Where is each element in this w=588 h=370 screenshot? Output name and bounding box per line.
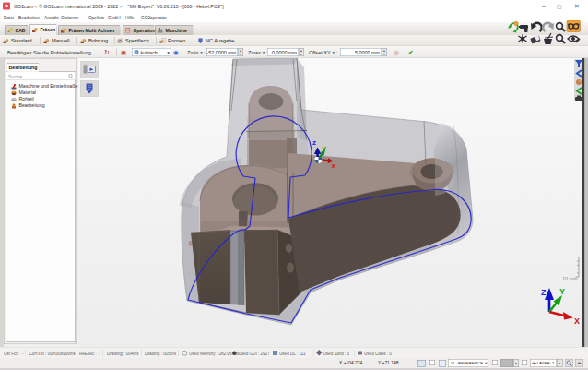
svg-text:Y: Y	[559, 287, 565, 296]
svg-text:y: y	[323, 144, 327, 152]
svg-text:10 mm: 10 mm	[562, 276, 578, 281]
svg-text:Z: Z	[541, 288, 547, 297]
svg-text:X: X	[574, 316, 580, 326]
svg-text:z: z	[312, 138, 316, 147]
svg-text:x: x	[332, 161, 336, 170]
